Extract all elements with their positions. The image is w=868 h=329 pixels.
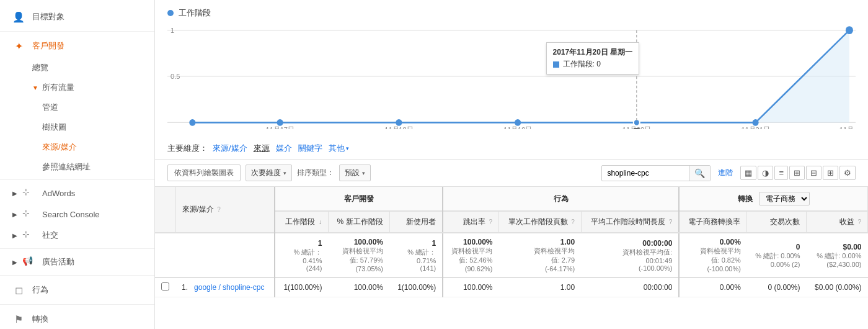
toolbar-left: 依資料列繪製圖表 次要維度 ▾ 排序類型： 預設 ▾ <box>167 164 371 181</box>
expand-arrow-icon2: ▶ <box>12 211 17 218</box>
main-content: 工作階段 1 0.5 <box>155 0 868 329</box>
sidebar-item-all-traffic[interactable]: ▼ 所有流量 <box>0 78 154 97</box>
total-pages-cell: 1.00 資料檢視平均 值: 2.79 (-64.17%) <box>498 233 581 277</box>
sidebar-item-campaign[interactable]: ▶ 📢 廣告活動 <box>0 251 154 273</box>
table-header-group-row: 來源/媒介 ? 客戶開發 行為 轉換 電子商務 <box>155 187 868 211</box>
campaign-icon: 📢 <box>22 256 35 268</box>
expand-arrow-icon: ▶ <box>12 190 17 197</box>
social-icon: ⊹ <box>22 229 35 241</box>
toolbar: 依資料列繪製圖表 次要維度 ▾ 排序類型： 預設 ▾ 🔍 進階 ▦ ◑ ≡ ⊞ <box>155 160 868 187</box>
conversion-dropdown-label: 電子商務 <box>759 194 810 203</box>
sidebar-item-pipeline[interactable]: 管道 <box>0 97 154 117</box>
total-transactions-cell: 0 % 總計: 0.00% 0.00% (2) <box>747 233 807 277</box>
row-checkbox[interactable] <box>155 277 175 297</box>
avg-session-help-icon[interactable]: ? <box>669 219 673 225</box>
line-chart: 1 0.5 ... 11月17日 11月18日 11月19日 11月2 <box>167 24 856 129</box>
sidebar-item-conversion[interactable]: ⚑ 轉換 <box>0 307 154 329</box>
sidebar-item-adwords[interactable]: ▶ ⊹ AdWords <box>0 183 154 204</box>
row-checkbox-input[interactable] <box>161 282 169 291</box>
sessions-sort-icon[interactable]: ↓ <box>319 219 322 225</box>
pie-view-button[interactable]: ◑ <box>758 166 773 180</box>
data-table-container: 來源/媒介 ? 客戶開發 行為 轉換 電子商務 <box>155 187 868 297</box>
toolbar-right: 🔍 進階 ▦ ◑ ≡ ⊞ ⊟ ⊞ ⚙ <box>601 165 856 181</box>
plot-data-button[interactable]: 依資料列繪製圖表 <box>167 164 241 181</box>
customer-dev-group-header: 客戶開發 <box>275 187 443 211</box>
total-pct-new-cell: 100.00% 資料檢視平均 值: 57.79% (73.05%) <box>328 233 389 277</box>
svg-text:11月21日: 11月21日 <box>742 126 770 129</box>
pivot-view-button[interactable]: ⊟ <box>806 166 822 180</box>
svg-text:...: ... <box>187 126 192 129</box>
dim-tab-medium[interactable]: 媒介 <box>276 143 292 154</box>
compare-view-button[interactable]: ⊞ <box>789 166 805 180</box>
data-table: 來源/媒介 ? 客戶開發 行為 轉換 電子商務 <box>155 187 868 297</box>
sidebar-label-target-audience: 目標對象 <box>32 11 64 22</box>
sidebar-item-social[interactable]: ▶ ⊹ 社交 <box>0 225 154 246</box>
table-total-row: 1 % 總計： 0.41% (244) 100.00% 資料檢視平均 值: 57… <box>155 233 868 277</box>
revenue-help-icon[interactable]: ? <box>857 219 861 225</box>
svg-point-9 <box>515 119 521 126</box>
dimension-tabs: 主要維度： 來源/媒介 來源 媒介 關鍵字 其他 ▾ <box>155 137 868 160</box>
sessions-header: 工作階段 ↓ <box>275 211 328 233</box>
table-row: 1. google / shopline-cpc 1(100.00%) 100.… <box>155 277 868 297</box>
sidebar-item-referral[interactable]: 參照連結網址 <box>0 157 154 177</box>
custom-view-button[interactable]: ⊞ <box>823 166 838 180</box>
other-arrow-icon: ▾ <box>346 145 349 151</box>
search-console-icon: ⊹ <box>22 208 35 220</box>
row-new-users-cell: 1(100.00%) <box>389 277 443 297</box>
source-medium-header: 來源/媒介 ? <box>175 187 275 233</box>
dim-tab-keyword[interactable]: 關鍵字 <box>298 143 322 154</box>
chart-wrapper: 1 0.5 ... 11月17日 11月18日 11月19日 11月2 <box>167 24 856 129</box>
svg-text:0.5: 0.5 <box>170 73 180 80</box>
source-help-icon[interactable]: ? <box>217 206 221 213</box>
view-icons: ▦ ◑ ≡ ⊞ ⊟ ⊞ ⚙ <box>740 166 856 180</box>
transactions-header: 交易次數 <box>747 211 807 233</box>
source-link[interactable]: google / shopline-cpc <box>194 283 264 292</box>
sidebar-item-summary[interactable]: 總覽 <box>0 58 154 78</box>
total-avg-session-cell: 00:00:00 資料檢視平均值: 00:01:49 (-100.00%) <box>581 233 679 277</box>
sidebar-item-search-console[interactable]: ▶ ⊹ Search Console <box>0 204 154 225</box>
search-box: 🔍 <box>601 165 711 181</box>
sidebar-item-source-medium[interactable]: 來源/媒介 <box>0 137 154 157</box>
row-ecomm-rate-cell: 0.00% <box>679 277 746 297</box>
list-view-button[interactable]: ≡ <box>774 166 788 180</box>
bounce-help-icon[interactable]: ? <box>489 219 492 225</box>
sort-type-dropdown[interactable]: 預設 ▾ <box>339 164 371 181</box>
revenue-header: 收益 ? <box>806 211 867 233</box>
sidebar-label-conversion: 轉換 <box>32 313 48 325</box>
row-avg-session-cell: 00:00:00 <box>581 277 679 297</box>
chart-dot <box>167 10 174 16</box>
svg-text:11月...: 11月... <box>839 126 856 129</box>
select-all-header <box>155 187 175 233</box>
advanced-button[interactable]: 進階 <box>714 165 737 181</box>
total-bounce-cell: 100.00% 資料檢視平均 值: 52.46% (90.62%) <box>443 233 498 277</box>
dim-tab-source-medium[interactable]: 來源/媒介 <box>213 143 247 154</box>
bounce-rate-header: 跳出率 ? <box>443 211 498 233</box>
avg-session-header: 平均工作階段時間長度 ? <box>581 211 679 233</box>
settings-view-button[interactable]: ⚙ <box>839 166 856 180</box>
sidebar-item-target-audience[interactable]: 👤 目標對象 <box>0 5 154 29</box>
pages-help-icon[interactable]: ? <box>571 219 575 225</box>
svg-point-7 <box>277 119 283 126</box>
pages-per-session-header: 單次工作階段頁數 ? <box>498 211 581 233</box>
dim-tab-other[interactable]: 其他 ▾ <box>329 143 349 154</box>
sidebar-item-behavior[interactable]: ◻ 行為 <box>0 278 154 302</box>
svg-point-12 <box>846 26 853 34</box>
ecommerce-select[interactable]: 電子商務 <box>759 192 810 205</box>
chart-area: 工作階段 1 0.5 <box>155 0 868 137</box>
customer-dev-icon: ✦ <box>12 40 25 52</box>
adwords-icon: ⊹ <box>22 187 35 199</box>
sidebar-item-treemap[interactable]: 樹狀圖 <box>0 117 154 137</box>
search-button[interactable]: 🔍 <box>689 166 710 181</box>
sidebar-label-behavior: 行為 <box>32 284 48 295</box>
svg-marker-21 <box>634 128 640 129</box>
row-transactions-cell: 0 (0.00%) <box>747 277 807 297</box>
row-bounce-cell: 100.00% <box>443 277 498 297</box>
total-revenue-cell: $0.00 % 總計: 0.00% ($2,430.00) <box>806 233 867 277</box>
sidebar-item-customer-dev[interactable]: ✦ 客戶開發 <box>0 34 154 58</box>
search-input[interactable] <box>602 166 689 180</box>
total-ecomm-rate-cell: 0.00% 資料檢視平均 值: 0.82% (-100.00%) <box>679 233 746 277</box>
behavior-icon: ◻ <box>12 284 25 296</box>
grid-view-button[interactable]: ▦ <box>740 166 756 180</box>
dim-tab-source[interactable]: 來源 <box>254 143 270 154</box>
secondary-dim-dropdown[interactable]: 次要維度 ▾ <box>246 164 292 181</box>
